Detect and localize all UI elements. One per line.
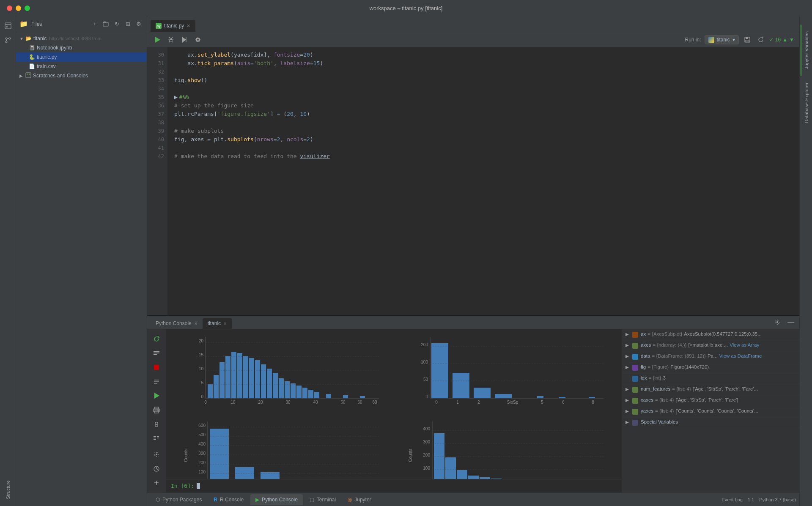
settings-btn[interactable]: ⚙: [134, 19, 143, 29]
console-settings-gear-icon[interactable]: [150, 448, 163, 461]
close-dot[interactable]: [7, 5, 12, 11]
svg-rect-75: [302, 388, 307, 398]
svg-text:200: 200: [198, 460, 206, 465]
run-to-cursor-btn[interactable]: [179, 35, 189, 45]
debug-btn[interactable]: [166, 35, 176, 45]
console-clock-icon[interactable]: [150, 462, 163, 475]
editor-tab-titanic-py[interactable]: py titanic.py ✕: [151, 20, 195, 32]
svg-rect-60: [214, 375, 219, 398]
expand-icon[interactable]: ▶: [625, 386, 632, 391]
console-inspect-icon[interactable]: [150, 432, 163, 445]
bottom-tab-titanic[interactable]: titanic ✕: [203, 318, 232, 329]
line-up-arrow[interactable]: ▲: [782, 37, 787, 43]
console-reload-icon[interactable]: [150, 333, 163, 345]
jupyter-tab[interactable]: ◎ Jupyter: [343, 494, 376, 505]
var-item-ax[interactable]: ▶ ax = {AxesSubplot} AxesSubplot(0.54772…: [622, 329, 799, 340]
tree-item-notebook[interactable]: 📓 Notebook.ipynb: [16, 43, 147, 52]
var-item-data[interactable]: ▶ data = {DataFrame: (891, 12)} Pa... Vi…: [622, 351, 799, 362]
line-down-arrow[interactable]: ▼: [789, 37, 794, 43]
console-run-icon[interactable]: [150, 390, 163, 402]
project-icon[interactable]: [2, 19, 14, 32]
var-item-fig[interactable]: ▶ fig = {Figure} Figure(1440x720): [622, 362, 799, 373]
python-console-bottom-tab[interactable]: ▶ Python Console: [250, 494, 303, 505]
jupyter-variables-tab[interactable]: Jupyter Variables: [801, 25, 812, 76]
structure-tab[interactable]: Structure: [3, 473, 13, 506]
python-version: Python 3.7 (base): [759, 497, 796, 502]
svg-text:20: 20: [258, 400, 263, 405]
maximize-dot[interactable]: [25, 5, 30, 11]
code-content[interactable]: ax.set_ylabel(yaxes[idx], fontsize=20) a…: [167, 47, 799, 315]
database-explorer-tab[interactable]: Database Explorer: [801, 76, 812, 130]
python-console-tab-icon: ▶: [255, 497, 259, 503]
svg-text:100: 100: [423, 466, 430, 470]
tree-item-titanic-root[interactable]: ▼ 📂 titanic http://localhost:8888 from: [16, 34, 147, 43]
r-console-tab[interactable]: R R Console: [208, 494, 249, 505]
csv-icon: 📄: [29, 63, 35, 69]
tree-item-train-csv[interactable]: 📄 train.csv: [16, 62, 147, 71]
svg-rect-72: [285, 381, 290, 398]
console-input-area[interactable]: In [6]:: [166, 479, 622, 492]
event-log-link[interactable]: Event Log: [721, 497, 743, 502]
svg-text:Counts: Counts: [184, 449, 188, 462]
svg-text:60: 60: [357, 400, 362, 405]
minimize-dot[interactable]: [16, 5, 21, 11]
var-type-xaxes: = {list: 4}: [655, 397, 674, 402]
var-link-data[interactable]: View as DataFrame: [719, 353, 762, 358]
console-debug-icon[interactable]: [150, 418, 163, 431]
var-item-yaxes[interactable]: ▶ yaxes = {list: 4} ['Counts', 'Counts',…: [622, 406, 799, 417]
save-btn[interactable]: [742, 35, 752, 45]
tree-item-scratches[interactable]: ▶ Scratches and Consoles: [16, 71, 147, 80]
var-value-num-features: ['Age', 'SibSp', 'Parch', 'Fare'...: [693, 386, 758, 391]
python-console-tab-label: Python Console: [156, 320, 192, 326]
svg-rect-37: [154, 439, 156, 440]
expand-icon[interactable]: ▶: [625, 408, 632, 413]
expand-icon[interactable]: ▶: [625, 419, 632, 424]
svg-point-32: [158, 410, 159, 410]
svg-text:1: 1: [456, 400, 459, 405]
var-item-axes[interactable]: ▶ axes = {ndarray: (4,)} [<matplotlib.ax…: [622, 340, 799, 351]
git-icon[interactable]: [2, 34, 14, 46]
right-panel-tabs: Jupyter Variables Database Explorer: [799, 16, 812, 506]
console-print-icon[interactable]: [150, 404, 163, 416]
kernel-selector[interactable]: titanic ▾: [705, 35, 739, 44]
console-icons: [147, 329, 166, 492]
expand-icon[interactable]: ▶: [625, 342, 632, 347]
console-clear-icon[interactable]: [150, 375, 163, 388]
line-counter: ✓ 16 ▲ ▼: [769, 37, 794, 43]
terminal-tab[interactable]: ▢ Terminal: [304, 494, 341, 505]
console-minimize-btn[interactable]: —: [786, 317, 796, 327]
svg-text:10: 10: [230, 400, 236, 405]
console-add-icon[interactable]: [150, 476, 163, 489]
var-item-xaxes[interactable]: ▶ xaxes = {list: 4} ['Age', 'SibSp', 'Pa…: [622, 395, 799, 406]
refresh-btn[interactable]: ↻: [112, 19, 121, 29]
svg-rect-21: [154, 351, 159, 352]
expand-icon[interactable]: ▶: [625, 397, 632, 402]
var-item-idx[interactable]: ▶ idx = {int} 3: [622, 373, 799, 384]
bottom-tab-python-console[interactable]: Python Console ✕: [151, 318, 203, 329]
console-settings-btn[interactable]: [772, 317, 782, 327]
console-variables-icon[interactable]: [150, 347, 163, 360]
titanic-tab-close[interactable]: ✕: [223, 321, 227, 326]
console-stop-icon[interactable]: [150, 361, 163, 374]
refresh-editor-btn[interactable]: [756, 35, 766, 45]
python-console-tab-close[interactable]: ✕: [194, 321, 198, 326]
var-item-special[interactable]: ▶ Special Variables: [622, 417, 799, 428]
python-packages-tab[interactable]: ⬡ Python Packages: [151, 494, 207, 505]
collapse-btn[interactable]: ⊟: [123, 19, 132, 29]
new-file-btn[interactable]: +: [90, 19, 99, 29]
svg-text:5: 5: [541, 400, 543, 405]
settings-btn[interactable]: [193, 35, 203, 45]
expand-icon[interactable]: ▶: [625, 364, 632, 369]
svg-rect-77: [314, 392, 319, 398]
tab-close-btn[interactable]: ✕: [187, 23, 190, 29]
svg-rect-80: [360, 396, 365, 398]
expand-icon[interactable]: ▶: [625, 331, 632, 336]
var-item-num-features[interactable]: ▶ num_features = {list: 4} ['Age', 'SibS…: [622, 384, 799, 395]
expand-icon[interactable]: ▶: [625, 353, 632, 358]
packages-icon: ⬡: [156, 497, 160, 503]
svg-rect-156: [457, 470, 467, 479]
new-folder-btn[interactable]: [101, 19, 110, 29]
run-btn[interactable]: [152, 35, 162, 45]
var-link-axes[interactable]: View as Array: [730, 342, 759, 347]
tree-item-titanic-py[interactable]: 🐍 titanic.py: [16, 52, 147, 62]
